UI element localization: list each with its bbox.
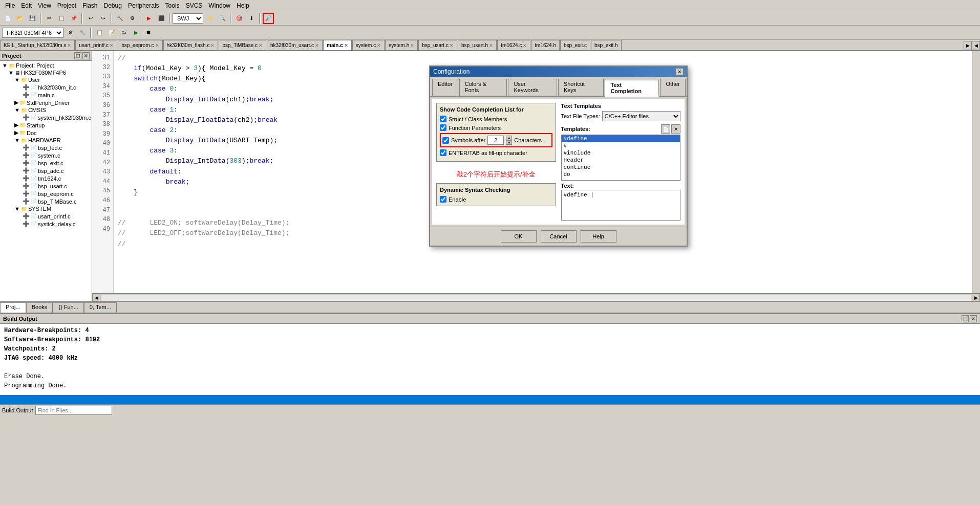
tree-item-hardwaer[interactable]: ▼ 📁 HARDWAER	[1, 137, 91, 144]
dialog-tab-editor[interactable]: Editor	[432, 79, 458, 96]
tree-item-usart-printf[interactable]: ➕ 📄 usart_printf.c	[1, 212, 91, 220]
menu-flash[interactable]: Flash	[79, 1, 100, 10]
tree-item-cmsis[interactable]: ▼ 📁 CMSIS	[1, 106, 91, 114]
tab-close-4[interactable]: ✕	[259, 43, 263, 48]
menu-project[interactable]: Project	[54, 1, 79, 10]
tree-item-hk32[interactable]: ▼ 🖥 HK32F030MF4P6	[1, 69, 91, 76]
tab-close-3[interactable]: ✕	[210, 43, 215, 48]
template-item-define[interactable]: #define	[562, 135, 680, 142]
target-options-button[interactable]: 🎯	[233, 13, 245, 24]
bottom-tab-tem[interactable]: 0, Tem...	[84, 302, 117, 313]
tab-tm1624-c[interactable]: tm1624.c ✕	[497, 40, 530, 50]
find-in-files-input[interactable]	[35, 406, 112, 415]
tree-item-doc[interactable]: ▶ 📁 Doc	[1, 129, 91, 137]
dialog-ok-button[interactable]: OK	[501, 230, 537, 243]
build-button[interactable]: 🔨	[114, 13, 125, 24]
tab-bsp-exit-c[interactable]: bsp_exit.c	[560, 40, 590, 50]
editor-scrollbar[interactable]	[972, 51, 980, 293]
tab-close-8[interactable]: ✕	[410, 43, 414, 48]
enable-checkbox[interactable]	[440, 196, 446, 203]
tree-item-tm1624[interactable]: ➕ 📄 tm1624.c	[1, 174, 91, 182]
dialog-tab-colors[interactable]: Colors & Fonts	[459, 79, 507, 96]
template-item-continue[interactable]: continue	[562, 164, 680, 171]
debug-start-button[interactable]: ▶	[143, 13, 155, 24]
tree-item-bsp-adc[interactable]: ➕ 📄 bsp_adc.c	[1, 167, 91, 174]
template-new-button[interactable]: 📄	[661, 124, 670, 134]
dialog-tab-text-completion[interactable]: Text Completion	[605, 80, 659, 97]
tree-item-root[interactable]: ▼ 📁 Project: Project	[1, 62, 91, 69]
menu-peripherals[interactable]: Peripherals	[125, 1, 162, 10]
template-item-hash[interactable]: #	[562, 142, 680, 149]
toolbar2-btn5[interactable]: 🗂	[118, 27, 130, 38]
tree-item-bsp-timbase[interactable]: ➕ 📄 bsp_TiMBase.c	[1, 197, 91, 205]
redo-button[interactable]: ↪	[97, 13, 109, 24]
tab-bsp-timbase[interactable]: bsp_TiMBase.c ✕	[219, 40, 266, 50]
tab-close-6[interactable]: ✕	[344, 43, 348, 48]
tree-item-main[interactable]: ➕ 📄 main.c	[1, 91, 91, 99]
symbols-count-input[interactable]	[487, 136, 504, 145]
menu-help[interactable]: Help	[233, 1, 252, 10]
tab-scroll-left[interactable]: ◀	[972, 41, 980, 50]
toolbar2-btn4[interactable]: 📝	[106, 27, 117, 38]
spin-up-button[interactable]: ▲	[506, 136, 512, 140]
dialog-tab-shortcut-keys[interactable]: Shortcut Keys	[558, 79, 604, 96]
menu-file[interactable]: File	[2, 1, 18, 10]
tree-item-system-c[interactable]: ➕ 📄 system.c	[1, 151, 91, 159]
tab-close-11[interactable]: ✕	[523, 43, 527, 48]
tree-item-stdperiph[interactable]: ▶ 📁 StdPeriph_Driver	[1, 99, 91, 106]
tree-item-bsp-exit[interactable]: ➕ 📄 bsp_exit.c	[1, 159, 91, 167]
tree-item-bsp-led[interactable]: ➕ 📄 bsp_led.c	[1, 144, 91, 151]
tab-hk32-flash[interactable]: hk32f030m_flash.c ✕	[163, 40, 219, 50]
save-button[interactable]: 💾	[27, 13, 38, 24]
paste-button[interactable]: 📌	[68, 13, 79, 24]
menu-view[interactable]: View	[35, 1, 54, 10]
download-button[interactable]: ⬇	[246, 13, 257, 24]
rebuild-button[interactable]: ⚙	[126, 13, 138, 24]
toolbar2-btn1[interactable]: ⚙	[65, 27, 76, 38]
template-item-enum[interactable]: !enum	[562, 178, 680, 181]
tree-item-bsp-eeprom[interactable]: ➕ 📄 bsp_eeprom.c	[1, 190, 91, 197]
menu-debug[interactable]: Debug	[101, 1, 125, 10]
debug-stop-button[interactable]: ⬛	[156, 13, 167, 24]
tree-item-startup[interactable]: ▶ 📁 Startup	[1, 121, 91, 129]
template-delete-button[interactable]: ✕	[671, 124, 680, 134]
template-item-include[interactable]: #include	[562, 149, 680, 157]
tree-item-user[interactable]: ▼ 📁 User	[1, 76, 91, 83]
template-item-do[interactable]: do	[562, 171, 680, 178]
search-button-highlighted[interactable]: 🔎	[263, 13, 274, 24]
device-dropdown[interactable]: HK32F030MF4P6	[2, 28, 63, 38]
tab-main[interactable]: main.c ✕	[323, 40, 352, 50]
menu-window[interactable]: Window	[205, 1, 233, 10]
copy-button[interactable]: 📋	[56, 13, 67, 24]
tab-bsp-eeprom[interactable]: bsp_eeprom.c ✕	[118, 40, 162, 50]
tab-close-5[interactable]: ✕	[315, 43, 319, 48]
build-output-close[interactable]: ✕	[970, 315, 977, 322]
tab-scroll-right[interactable]: ▶	[964, 41, 972, 50]
dialog-tab-user-keywords[interactable]: User Keywords	[508, 79, 557, 96]
toolbar2-btn3[interactable]: 📋	[94, 27, 105, 38]
cut-button[interactable]: ✂	[44, 13, 55, 24]
tab-close-10[interactable]: ✕	[489, 43, 493, 48]
tab-close-7[interactable]: ✕	[377, 43, 381, 48]
open-file-button[interactable]: 📂	[14, 13, 26, 24]
tab-close-2[interactable]: ✕	[155, 43, 159, 48]
tree-item-systick-delay[interactable]: ➕ 📄 systick_delay.c	[1, 220, 91, 228]
spin-down-button[interactable]: ▼	[506, 140, 512, 145]
menu-tools[interactable]: Tools	[162, 1, 183, 10]
tab-tm1624-h[interactable]: tm1624.h	[531, 40, 560, 50]
bottom-tab-books[interactable]: Books	[26, 302, 53, 313]
dialog-help-button[interactable]: Help	[581, 230, 616, 243]
enter-tab-checkbox[interactable]	[440, 149, 446, 156]
tree-item-system-hk32[interactable]: ➕ 📄 system_hk32f030m.c	[1, 114, 91, 121]
template-text-area[interactable]: #define |	[561, 190, 681, 221]
template-item-header[interactable]: Header	[562, 157, 680, 164]
toolbar2-btn7[interactable]: ⏹	[143, 27, 154, 38]
tab-system-h[interactable]: system.h ✕	[385, 40, 418, 50]
bottom-tab-fun[interactable]: {} Fun...	[53, 302, 84, 313]
tab-bsp-usart-c[interactable]: bsp_usart.c ✕	[418, 40, 457, 50]
editor-hscrollbar[interactable]: ◀ ▶	[92, 293, 980, 301]
dialog-tab-other[interactable]: Other	[660, 79, 686, 96]
tab-keil-startup[interactable]: KEIL_Startup_hk32f030m.s ✕	[0, 40, 75, 50]
file-type-select[interactable]: C/C++ Editor files	[602, 111, 680, 121]
build-output-float[interactable]: ⬚	[962, 315, 969, 322]
